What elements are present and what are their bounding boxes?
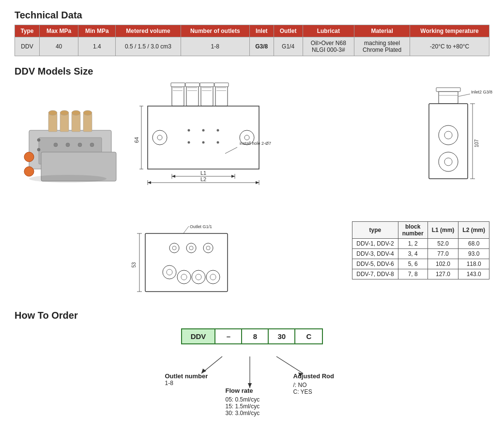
svg-point-84 bbox=[206, 246, 210, 250]
svg-point-12 bbox=[24, 167, 34, 176]
diagrams-area: 64 bbox=[131, 82, 489, 300]
outlet-number-annotation: Outlet number 1-8 bbox=[165, 372, 208, 387]
svg-point-49 bbox=[244, 135, 249, 140]
svg-point-13 bbox=[54, 143, 58, 147]
svg-point-71 bbox=[444, 131, 452, 139]
svg-marker-54 bbox=[172, 175, 175, 178]
dim-107-label: 107 bbox=[474, 139, 479, 147]
adjusted-rod-annotation: Adjusted Rod /: NO C: YES bbox=[293, 372, 335, 395]
technical-data-section: Technical Data Type Max MPa Min MPa Mete… bbox=[15, 10, 489, 56]
th-max-mpa: Max MPa bbox=[39, 25, 78, 37]
size-table-row: DDV-1, DDV-21, 252.068.0 bbox=[352, 239, 489, 249]
svg-line-97 bbox=[276, 356, 303, 373]
td-type: DDV bbox=[15, 37, 40, 56]
size-td-type: DDV-1, DDV-2 bbox=[352, 239, 398, 249]
svg-point-11 bbox=[24, 152, 34, 162]
svg-point-80 bbox=[172, 246, 176, 250]
models-content: 64 bbox=[15, 82, 489, 300]
svg-point-92 bbox=[210, 274, 216, 280]
how-to-order-section: How To Order DDV – 8 30 C bbox=[15, 310, 489, 433]
main-diagram-svg: 64 bbox=[131, 82, 281, 217]
flow-rate-annotation: Flow rate 05: 0.5ml/cyc 15: 1.5ml/cyc 30… bbox=[226, 387, 260, 417]
side-diagram-svg: Inlet2 G3/8 107 bbox=[412, 82, 494, 217]
svg-point-9 bbox=[72, 110, 80, 115]
order-boxes: DDV – 8 30 C bbox=[181, 328, 323, 344]
th-type: Type bbox=[15, 25, 40, 37]
svg-rect-3 bbox=[48, 113, 57, 132]
svg-point-46 bbox=[202, 141, 205, 144]
flow-rate-30: 30: 3.0ml/cyc bbox=[226, 410, 260, 417]
how-to-order-title: How To Order bbox=[15, 310, 489, 321]
adjusted-rod-no: /: NO bbox=[293, 382, 335, 388]
diagram-main: 64 bbox=[131, 82, 397, 219]
product-svg bbox=[15, 82, 121, 188]
th-min-mpa: Min MPa bbox=[78, 25, 116, 37]
outlet-number-label: Outlet number bbox=[165, 372, 208, 380]
td-material: maching steelChrome Plated bbox=[354, 37, 410, 56]
svg-point-90 bbox=[196, 274, 201, 280]
size-td-l2: 143.0 bbox=[458, 269, 489, 279]
svg-rect-4 bbox=[60, 113, 69, 132]
size-td-l1: 127.0 bbox=[428, 269, 458, 279]
svg-rect-26 bbox=[200, 83, 214, 87]
td-num-outlets: 1-8 bbox=[181, 37, 249, 56]
flow-rate-label: Flow rate bbox=[226, 387, 260, 394]
table-area: Outlet G1/1 53 bbox=[131, 221, 489, 300]
flow-rate-05: 05: 0.5ml/cyc bbox=[226, 396, 260, 403]
svg-point-44 bbox=[217, 129, 219, 132]
svg-point-16 bbox=[90, 143, 94, 147]
size-td-block: 7, 8 bbox=[398, 269, 428, 279]
svg-point-42 bbox=[188, 129, 190, 132]
svg-marker-59 bbox=[148, 181, 151, 184]
svg-point-19 bbox=[29, 175, 107, 183]
dim-64-label: 64 bbox=[134, 137, 139, 143]
th-material: Material bbox=[354, 25, 410, 37]
size-th-l1: L1 (mm) bbox=[428, 222, 458, 239]
svg-rect-6 bbox=[83, 113, 92, 132]
svg-point-7 bbox=[48, 110, 57, 115]
svg-point-45 bbox=[188, 141, 190, 144]
adjusted-rod-label: Adjusted Rod bbox=[293, 372, 335, 380]
size-td-type: DDV-5, DDV-6 bbox=[352, 259, 398, 269]
th-lubricat: Lubricat bbox=[303, 25, 354, 37]
th-num-outlets: Number of outlets bbox=[181, 25, 249, 37]
td-min-mpa: 1.4 bbox=[78, 37, 116, 56]
size-th-type: type bbox=[352, 222, 398, 239]
inlet2-label: Inlet2 G3/8 bbox=[471, 90, 492, 94]
order-diagram: DDV – 8 30 C Outlet number 1-8 bbox=[15, 328, 489, 433]
svg-point-73 bbox=[444, 158, 452, 166]
size-td-l1: 52.0 bbox=[428, 239, 458, 249]
svg-point-82 bbox=[189, 246, 193, 250]
product-photo bbox=[15, 82, 121, 188]
svg-rect-5 bbox=[72, 113, 80, 132]
order-box-rod: C bbox=[295, 329, 322, 343]
size-td-block: 1, 2 bbox=[398, 239, 428, 249]
technical-data-table: Type Max MPa Min MPa Metered volume Numb… bbox=[15, 25, 489, 56]
size-table-row: DDV-7, DDV-87, 8127.0143.0 bbox=[352, 269, 489, 279]
th-inlet: Inlet bbox=[249, 25, 274, 37]
size-td-l1: 77.0 bbox=[428, 249, 458, 259]
td-metered-volume: 0.5 / 1.5 / 3.0 cm3 bbox=[116, 37, 181, 56]
order-box-ddv: DDV bbox=[182, 329, 216, 343]
order-box-outlets: 8 bbox=[242, 329, 269, 343]
install-hole-label: install hole 2-Ø7 bbox=[240, 141, 271, 146]
size-table: type blocknumber L1 (mm) L2 (mm) DDV-1, … bbox=[352, 221, 489, 279]
svg-rect-62 bbox=[436, 88, 460, 92]
size-td-block: 3, 4 bbox=[398, 249, 428, 259]
svg-point-14 bbox=[66, 143, 70, 147]
svg-marker-60 bbox=[256, 181, 259, 184]
svg-line-65 bbox=[458, 94, 470, 96]
th-metered-volume: Metered volume bbox=[116, 25, 181, 37]
td-working-temp: -20°C to +80°C bbox=[410, 37, 489, 56]
svg-point-88 bbox=[181, 274, 187, 280]
ddv-models-title: DDV Models Size bbox=[15, 66, 489, 77]
adjusted-rod-yes: C: YES bbox=[293, 388, 335, 395]
td-inlet: G3/8 bbox=[249, 37, 274, 56]
td-outlet: G1/4 bbox=[274, 37, 303, 56]
diagram-row-top: 64 bbox=[131, 82, 489, 219]
td-max-mpa: 40 bbox=[39, 37, 78, 56]
order-box-flow: 30 bbox=[269, 329, 295, 343]
svg-rect-25 bbox=[185, 83, 199, 87]
svg-point-43 bbox=[202, 129, 205, 132]
size-td-type: DDV-7, DDV-8 bbox=[352, 269, 398, 279]
